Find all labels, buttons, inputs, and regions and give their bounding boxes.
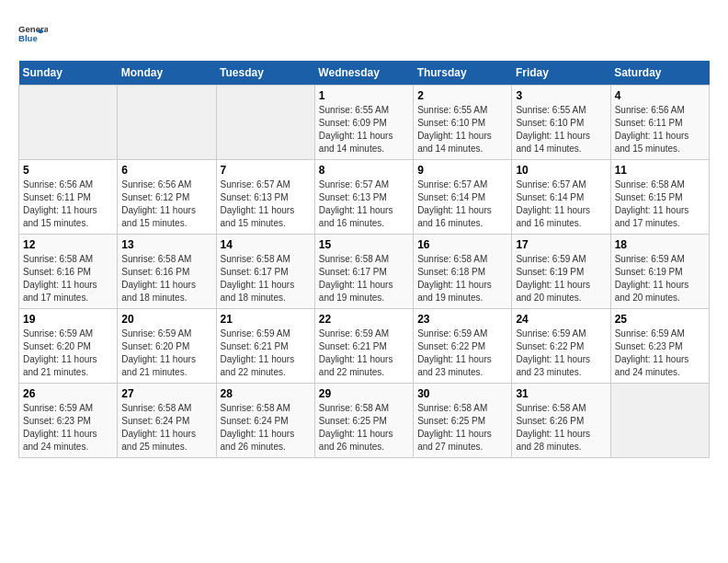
- calendar-cell: 27 Sunrise: 6:58 AMSunset: 6:24 PMDaylig…: [118, 384, 216, 458]
- calendar-week-row: 1 Sunrise: 6:55 AMSunset: 6:09 PMDayligh…: [19, 86, 710, 160]
- calendar-cell: 22 Sunrise: 6:59 AMSunset: 6:21 PMDaylig…: [314, 309, 413, 384]
- day-info: Sunrise: 6:56 AMSunset: 6:11 PMDaylight:…: [23, 178, 113, 230]
- day-number: 14: [221, 238, 311, 251]
- calendar-cell: 21 Sunrise: 6:59 AMSunset: 6:21 PMDaylig…: [216, 309, 314, 384]
- day-number: 30: [417, 387, 507, 400]
- day-info: Sunrise: 6:58 AMSunset: 6:25 PMDaylight:…: [417, 402, 507, 454]
- day-number: 19: [23, 313, 113, 326]
- calendar-cell: 1 Sunrise: 6:55 AMSunset: 6:09 PMDayligh…: [314, 86, 413, 160]
- day-number: 4: [615, 89, 705, 102]
- day-number: 12: [23, 238, 113, 251]
- weekday-header: Friday: [512, 61, 610, 86]
- calendar-cell: [216, 86, 314, 160]
- day-info: Sunrise: 6:58 AMSunset: 6:15 PMDaylight:…: [615, 178, 705, 230]
- calendar-cell: 14 Sunrise: 6:58 AMSunset: 6:17 PMDaylig…: [216, 235, 314, 309]
- weekday-header: Monday: [118, 61, 216, 86]
- calendar-cell: 16 Sunrise: 6:58 AMSunset: 6:18 PMDaylig…: [414, 235, 512, 309]
- calendar-cell: [118, 86, 216, 160]
- day-number: 29: [319, 387, 409, 400]
- calendar-cell: 12 Sunrise: 6:58 AMSunset: 6:16 PMDaylig…: [19, 235, 118, 309]
- day-info: Sunrise: 6:59 AMSunset: 6:23 PMDaylight:…: [615, 327, 705, 379]
- day-info: Sunrise: 6:55 AMSunset: 6:10 PMDaylight:…: [417, 104, 507, 155]
- day-info: Sunrise: 6:58 AMSunset: 6:25 PMDaylight:…: [319, 402, 409, 454]
- calendar-cell: 3 Sunrise: 6:55 AMSunset: 6:10 PMDayligh…: [512, 86, 610, 160]
- day-number: 21: [221, 313, 311, 326]
- calendar-cell: [19, 86, 118, 160]
- day-info: Sunrise: 6:55 AMSunset: 6:10 PMDaylight:…: [516, 104, 606, 155]
- logo: General Blue: [18, 18, 48, 52]
- weekday-header: Thursday: [414, 61, 512, 86]
- day-info: Sunrise: 6:58 AMSunset: 6:24 PMDaylight:…: [221, 402, 311, 454]
- day-number: 1: [319, 89, 409, 102]
- day-info: Sunrise: 6:57 AMSunset: 6:14 PMDaylight:…: [417, 178, 507, 230]
- day-number: 18: [615, 238, 705, 251]
- calendar-cell: 13 Sunrise: 6:58 AMSunset: 6:16 PMDaylig…: [118, 235, 216, 309]
- day-number: 15: [319, 238, 409, 251]
- calendar-cell: 7 Sunrise: 6:57 AMSunset: 6:13 PMDayligh…: [216, 160, 314, 235]
- weekday-header: Tuesday: [216, 61, 314, 86]
- day-info: Sunrise: 6:57 AMSunset: 6:14 PMDaylight:…: [516, 178, 606, 230]
- calendar-cell: 23 Sunrise: 6:59 AMSunset: 6:22 PMDaylig…: [414, 309, 512, 384]
- page-header: General Blue: [18, 18, 710, 52]
- day-info: Sunrise: 6:59 AMSunset: 6:22 PMDaylight:…: [516, 327, 606, 379]
- day-number: 25: [615, 313, 705, 326]
- calendar-cell: 24 Sunrise: 6:59 AMSunset: 6:22 PMDaylig…: [512, 309, 610, 384]
- calendar-cell: 15 Sunrise: 6:58 AMSunset: 6:17 PMDaylig…: [314, 235, 413, 309]
- day-info: Sunrise: 6:57 AMSunset: 6:13 PMDaylight:…: [221, 178, 311, 230]
- calendar-cell: 10 Sunrise: 6:57 AMSunset: 6:14 PMDaylig…: [512, 160, 610, 235]
- calendar-week-row: 19 Sunrise: 6:59 AMSunset: 6:20 PMDaylig…: [19, 309, 710, 384]
- day-info: Sunrise: 6:58 AMSunset: 6:16 PMDaylight:…: [121, 253, 211, 304]
- day-number: 23: [417, 313, 507, 326]
- day-number: 3: [516, 89, 606, 102]
- day-number: 2: [417, 89, 507, 102]
- calendar-cell: 2 Sunrise: 6:55 AMSunset: 6:10 PMDayligh…: [414, 86, 512, 160]
- calendar-week-row: 5 Sunrise: 6:56 AMSunset: 6:11 PMDayligh…: [19, 160, 710, 235]
- day-number: 5: [23, 164, 113, 177]
- calendar-cell: 26 Sunrise: 6:59 AMSunset: 6:23 PMDaylig…: [19, 384, 118, 458]
- day-number: 26: [23, 387, 113, 400]
- day-info: Sunrise: 6:58 AMSunset: 6:24 PMDaylight:…: [121, 402, 211, 454]
- calendar-cell: 19 Sunrise: 6:59 AMSunset: 6:20 PMDaylig…: [19, 309, 118, 384]
- day-number: 20: [121, 313, 211, 326]
- day-info: Sunrise: 6:59 AMSunset: 6:20 PMDaylight:…: [121, 327, 211, 379]
- day-info: Sunrise: 6:58 AMSunset: 6:26 PMDaylight:…: [516, 402, 606, 454]
- day-info: Sunrise: 6:59 AMSunset: 6:20 PMDaylight:…: [23, 327, 113, 379]
- day-number: 6: [121, 164, 211, 177]
- day-info: Sunrise: 6:56 AMSunset: 6:11 PMDaylight:…: [615, 104, 705, 155]
- calendar-cell: 30 Sunrise: 6:58 AMSunset: 6:25 PMDaylig…: [414, 384, 512, 458]
- day-number: 10: [516, 164, 606, 177]
- day-info: Sunrise: 6:59 AMSunset: 6:21 PMDaylight:…: [319, 327, 409, 379]
- day-number: 11: [615, 164, 705, 177]
- day-number: 16: [417, 238, 507, 251]
- day-info: Sunrise: 6:56 AMSunset: 6:12 PMDaylight:…: [121, 178, 211, 230]
- day-number: 7: [221, 164, 311, 177]
- day-number: 28: [221, 387, 311, 400]
- calendar-cell: 17 Sunrise: 6:59 AMSunset: 6:19 PMDaylig…: [512, 235, 610, 309]
- day-info: Sunrise: 6:59 AMSunset: 6:19 PMDaylight:…: [615, 253, 705, 304]
- day-number: 17: [516, 238, 606, 251]
- day-info: Sunrise: 6:58 AMSunset: 6:17 PMDaylight:…: [319, 253, 409, 304]
- calendar-cell: 9 Sunrise: 6:57 AMSunset: 6:14 PMDayligh…: [414, 160, 512, 235]
- day-info: Sunrise: 6:55 AMSunset: 6:09 PMDaylight:…: [319, 104, 409, 155]
- calendar-week-row: 12 Sunrise: 6:58 AMSunset: 6:16 PMDaylig…: [19, 235, 710, 309]
- calendar-cell: 6 Sunrise: 6:56 AMSunset: 6:12 PMDayligh…: [118, 160, 216, 235]
- day-number: 24: [516, 313, 606, 326]
- logo-icon: General Blue: [18, 18, 48, 52]
- calendar-cell: [610, 384, 709, 458]
- day-number: 9: [417, 164, 507, 177]
- weekday-header: Sunday: [19, 61, 118, 86]
- calendar-week-row: 26 Sunrise: 6:59 AMSunset: 6:23 PMDaylig…: [19, 384, 710, 458]
- day-info: Sunrise: 6:58 AMSunset: 6:18 PMDaylight:…: [417, 253, 507, 304]
- day-number: 13: [121, 238, 211, 251]
- day-info: Sunrise: 6:57 AMSunset: 6:13 PMDaylight:…: [319, 178, 409, 230]
- calendar-table: SundayMondayTuesdayWednesdayThursdayFrid…: [18, 61, 710, 458]
- svg-text:Blue: Blue: [18, 33, 38, 43]
- day-info: Sunrise: 6:58 AMSunset: 6:16 PMDaylight:…: [23, 253, 113, 304]
- calendar-cell: 20 Sunrise: 6:59 AMSunset: 6:20 PMDaylig…: [118, 309, 216, 384]
- day-number: 8: [319, 164, 409, 177]
- calendar-cell: 4 Sunrise: 6:56 AMSunset: 6:11 PMDayligh…: [610, 86, 709, 160]
- day-number: 31: [516, 387, 606, 400]
- day-info: Sunrise: 6:59 AMSunset: 6:19 PMDaylight:…: [516, 253, 606, 304]
- day-info: Sunrise: 6:59 AMSunset: 6:23 PMDaylight:…: [23, 402, 113, 454]
- weekday-header: Saturday: [610, 61, 709, 86]
